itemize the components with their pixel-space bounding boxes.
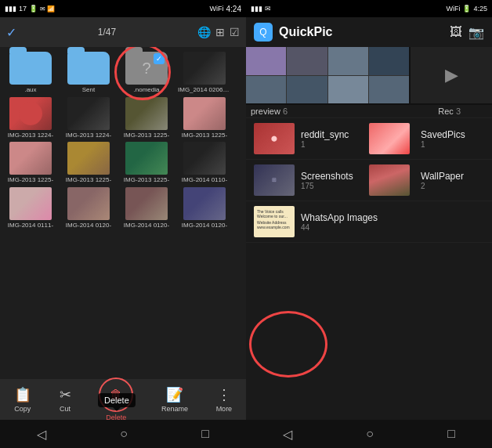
grid-row-2: IMG-2013 1224- IMG-2013 1224- IMG-2013 1…	[3, 97, 243, 139]
file-count: 1/47	[21, 27, 193, 38]
photo-label: IMG-2014 0120-	[62, 222, 115, 229]
screenshots-name: Screenshots	[301, 171, 364, 182]
right-top-bar: Q QuickPic 🖼 📷	[246, 17, 492, 47]
cut-icon: ✂	[60, 386, 71, 403]
grid-row-3: IMG-2013 1225- IMG-2013 1225- IMG-2013 1…	[3, 142, 243, 184]
checkmark-icon: ✓	[6, 25, 16, 40]
copy-icon: 📋	[14, 386, 31, 403]
whatsapp-folder-name: WhatsApp Images	[301, 212, 484, 223]
cut-button[interactable]: ✂ Cut	[53, 383, 78, 416]
notification-right: ✉	[265, 5, 271, 13]
list-item[interactable]: IMG-2013 1225-	[177, 97, 232, 139]
photo-thumb	[183, 97, 226, 130]
top-photo-preview[interactable]	[246, 47, 409, 103]
back-button[interactable]: ◁	[27, 424, 56, 445]
list-item[interactable]: IMG-2013 1225-	[119, 97, 174, 139]
notification-icons: ✉ 📶	[40, 5, 55, 13]
list-item[interactable]: IMG-2014 0110-	[177, 142, 232, 184]
photo-thumb	[67, 187, 110, 220]
photo-label: IMG-2013 1225-	[120, 176, 173, 184]
left-top-bar: ✓ 1/47 🌐 ⊞ ☑	[0, 17, 246, 47]
list-item[interactable]: IMG-2013 1224-	[61, 97, 116, 139]
list-item[interactable]: .aux	[3, 52, 58, 94]
folder-list: preview 6 Rec 3 ⬤ reddit_sync 1	[246, 105, 492, 420]
back-button-right[interactable]: ◁	[273, 424, 302, 445]
list-item[interactable]: IMG-2013 1224-	[3, 97, 58, 139]
list-item[interactable]: ? ✓ .nomedia	[119, 52, 174, 94]
wifi-icon-right: WiFi	[446, 5, 460, 13]
checkbox-icon[interactable]: ☑	[230, 26, 240, 38]
left-panel: ▮▮▮ 17 🔋 ✉ 📶 WiFi 4:24 ✓ 1/47 🌐 ⊞ ☑ .aux	[0, 0, 246, 448]
right-top-icons: 🖼 📷	[450, 25, 484, 40]
photo-label: IMG-2014 0120-	[178, 222, 231, 229]
list-item[interactable]: IMG-2014 0120-	[177, 187, 232, 229]
photo-label: IMG-2013 1224-	[4, 132, 57, 139]
photo-label: IMG_2014 0206_091	[178, 86, 231, 94]
whatsapp-count: 44	[301, 223, 484, 232]
photo-label: IMG-2013 1225-	[4, 176, 57, 184]
preview-folder-name[interactable]: preview	[251, 107, 283, 116]
folder-sent-icon	[67, 52, 110, 85]
grid-row-1: .aux Sent ? ✓ .nomedia IMG_2014 0206_091	[3, 52, 243, 94]
list-item[interactable]: IMG-2014 0120-	[61, 187, 116, 229]
screenshots-count: 175	[301, 182, 364, 190]
savedpics-name: SavedPics	[421, 129, 484, 140]
time-right: 4:25	[473, 5, 487, 13]
folder-sent-label: Sent	[62, 86, 115, 94]
photo-thumb	[183, 142, 226, 175]
more-button[interactable]: ⋮ More	[210, 383, 239, 416]
preview-count: 6	[283, 107, 288, 116]
list-item[interactable]: IMG-2014 0120-	[119, 187, 174, 229]
list-item[interactable]: Sent	[61, 52, 116, 94]
home-button[interactable]: ○	[110, 424, 137, 444]
cut-label: Cut	[60, 405, 71, 413]
folder-list-item[interactable]: ⬤ reddit_sync 1 SavedPics 1	[246, 118, 492, 160]
screenshots-thumb: ⊞	[254, 164, 295, 196]
preview-mini-grid	[246, 47, 409, 103]
photo-label: IMG-2013 1224-	[62, 132, 115, 139]
photo-label: IMG-2014 0111-	[4, 222, 57, 229]
folder-info-screenshots: Screenshots 175	[301, 171, 364, 190]
folder-list-item-whatsapp[interactable]: The Voice calls Welcome to our... Websit…	[246, 201, 492, 243]
photo-label: IMG-2013 1225-	[62, 176, 115, 184]
recent-button[interactable]: □	[192, 424, 219, 444]
folder-list-item[interactable]: ⊞ Screenshots 175 WallPaper 2	[246, 160, 492, 201]
rename-label: Rename	[161, 405, 188, 413]
wifi-icon: WiFi	[210, 5, 224, 13]
grid-icon[interactable]: ⊞	[215, 26, 225, 38]
photo-label: IMG-2013 1225-	[178, 132, 231, 139]
right-status-right: WiFi 🔋 4:25	[446, 5, 487, 13]
folder-info-wallpaper: WallPaper 2	[421, 171, 484, 190]
photo-thumb	[125, 142, 168, 175]
delete-tooltip: Delete	[98, 393, 136, 407]
top-photo-rec[interactable]: ▶	[411, 47, 492, 103]
recent-button-right[interactable]: □	[438, 424, 465, 444]
image-icon[interactable]: 🖼	[450, 25, 462, 40]
copy-button[interactable]: 📋 Copy	[8, 383, 38, 416]
list-item[interactable]: IMG-2014 0111-	[3, 187, 58, 229]
app-name: QuickPic	[279, 25, 443, 39]
signal-icon: ▮▮▮	[5, 5, 16, 13]
nomedia-checkbox: ✓	[154, 53, 165, 64]
globe-icon[interactable]: 🌐	[197, 26, 211, 38]
folder-info-whatsapp: WhatsApp Images 44	[301, 212, 484, 232]
photo-label: IMG-2014 0120-	[120, 222, 173, 229]
list-item[interactable]: IMG_2014 0206_091	[177, 52, 232, 94]
list-item[interactable]: IMG-2013 1225-	[61, 142, 116, 184]
rename-button[interactable]: 📝 Rename	[155, 383, 194, 416]
grid-row-4: IMG-2014 0111- IMG-2014 0120- IMG-2014 0…	[3, 187, 243, 229]
list-item[interactable]: IMG-2013 1225-	[3, 142, 58, 184]
wallpaper-count: 2	[421, 182, 484, 190]
whatsapp-thumb: The Voice calls Welcome to our... Websit…	[254, 206, 295, 237]
savedpics-count: 1	[421, 140, 484, 149]
file-grid: .aux Sent ? ✓ .nomedia IMG_2014 0206_091	[0, 47, 246, 379]
rec-folder-name[interactable]: Rec	[438, 107, 456, 116]
top-bar-icons: 🌐 ⊞ ☑	[197, 26, 240, 38]
folder-aux-label: .aux	[4, 86, 57, 94]
photo-label: IMG-2013 1225-	[120, 132, 173, 139]
left-status-left: ▮▮▮ 17 🔋 ✉ 📶	[5, 5, 55, 13]
folder-name: reddit_sync	[301, 129, 364, 140]
camera-icon[interactable]: 📷	[468, 25, 484, 40]
home-button-right[interactable]: ○	[356, 424, 383, 444]
list-item[interactable]: IMG-2013 1225-	[119, 142, 174, 184]
